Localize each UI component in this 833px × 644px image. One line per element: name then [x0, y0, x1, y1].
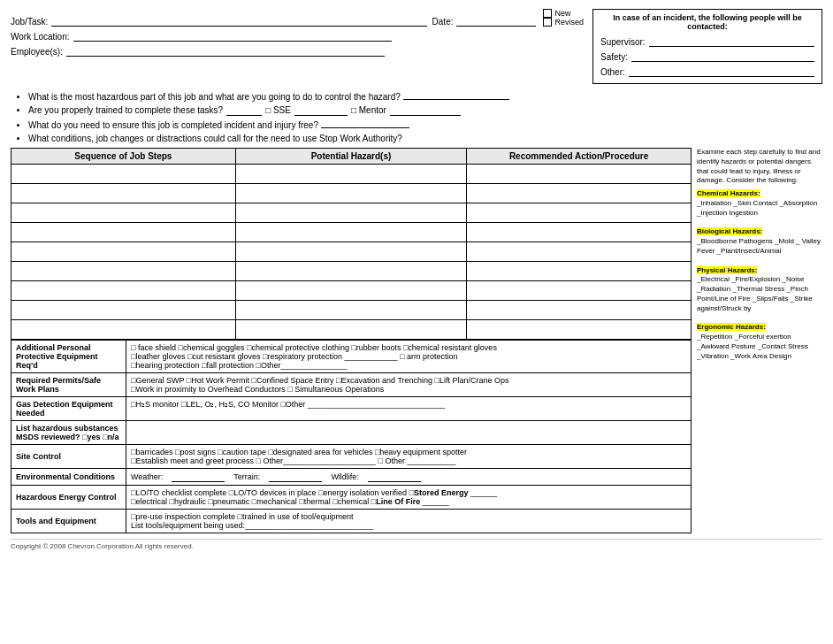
- bottom-content: □H₂S monitor □LEL, O₂, H₂S, CO Monitor □…: [126, 397, 692, 421]
- header-steps: Sequence of Job Steps: [11, 149, 236, 165]
- other-field[interactable]: [629, 65, 814, 77]
- table-cell[interactable]: [467, 184, 692, 203]
- table-row: [11, 242, 692, 262]
- copyright: Copyright © 2008 Chevron Corporation All…: [11, 542, 194, 550]
- content-line: □pre-use inspection complete □trained in…: [131, 512, 686, 521]
- work-location-row: Work Location:: [11, 29, 584, 42]
- bottom-label: Gas Detection Equipment Needed: [11, 397, 126, 421]
- q3-answer[interactable]: [321, 118, 409, 128]
- biological-items: _Bloodborne Pathogens _Mold _ Valley Fev…: [697, 237, 821, 255]
- table-cell[interactable]: [11, 184, 236, 203]
- bottom-row: Hazardous Energy Control□LO/TO checklist…: [11, 486, 692, 510]
- table-cell[interactable]: [11, 320, 236, 340]
- bottom-content: □pre-use inspection complete □trained in…: [126, 510, 692, 533]
- q2-row: Are you properly trained to complete the…: [28, 104, 822, 116]
- table-cell[interactable]: [467, 281, 692, 301]
- employee-label: Employee(s):: [11, 47, 63, 57]
- table-cell[interactable]: [11, 223, 236, 242]
- table-cell[interactable]: [467, 203, 692, 223]
- content-line: □General SWP □Hot Work Permit □Confined …: [131, 376, 686, 385]
- incident-box: In case of an incident, the following pe…: [592, 9, 822, 84]
- table-row: [11, 262, 692, 281]
- physical-items: _Electrical _Fire/Explosion _Noise _Radi…: [697, 275, 813, 311]
- footer: Copyright © 2008 Chevron Corporation All…: [11, 539, 822, 550]
- bottom-row: Tools and Equipment□pre-use inspection c…: [11, 510, 692, 533]
- safety-field[interactable]: [631, 50, 814, 62]
- bottom-row: List hazardous substances MSDS reviewed?…: [11, 421, 692, 445]
- content-line: List tools/equipment being used:________…: [131, 521, 686, 530]
- env-field[interactable]: [172, 472, 225, 482]
- table-cell[interactable]: [11, 281, 236, 301]
- revised-row: Revised: [543, 18, 584, 27]
- main-content: Sequence of Job Steps Potential Hazard(s…: [11, 148, 822, 533]
- job-task-field[interactable]: [51, 14, 427, 27]
- new-row: New: [543, 9, 584, 18]
- content-line: □electrical □hydraulic □pneumatic □mecha…: [131, 497, 686, 506]
- bottom-label: Hazardous Energy Control: [11, 486, 126, 510]
- table-cell[interactable]: [11, 242, 236, 262]
- line-of-fire-label: □Line Of Fire: [371, 497, 420, 506]
- new-checkbox[interactable]: [543, 9, 552, 18]
- table-cell[interactable]: [235, 203, 466, 223]
- table-row: [11, 184, 692, 203]
- bottom-label: Required Permits/Safe Work Plans: [11, 373, 126, 397]
- question-1: What is the most hazardous part of this …: [28, 89, 822, 103]
- q2-answer[interactable]: [226, 105, 262, 116]
- work-location-field[interactable]: [73, 29, 392, 42]
- header-hazards: Potential Hazard(s): [235, 149, 466, 165]
- table-cell[interactable]: [11, 262, 236, 281]
- employee-field[interactable]: [66, 44, 385, 57]
- table-cell[interactable]: [235, 301, 466, 320]
- supervisor-field[interactable]: [649, 34, 814, 47]
- table-cell[interactable]: [235, 320, 466, 340]
- questions-section: What is the most hazardous part of this …: [11, 89, 822, 144]
- stored-energy-label: □Stored Energy: [409, 488, 469, 497]
- env-conditions-row: Weather:Terrain:Wildlife:: [131, 472, 686, 482]
- table-cell[interactable]: [235, 223, 466, 242]
- incident-title: In case of an incident, the following pe…: [600, 13, 814, 31]
- content-line: □H₂S monitor □LEL, O₂, H₂S, CO Monitor □…: [131, 400, 686, 409]
- table-cell[interactable]: [467, 242, 692, 262]
- q1-answer[interactable]: [403, 89, 509, 100]
- job-task-label: Job/Task:: [11, 17, 48, 27]
- env-field[interactable]: [269, 472, 322, 482]
- biological-hazards-title: Biological Hazards:: [697, 227, 762, 235]
- date-field[interactable]: [456, 14, 536, 27]
- work-location-label: Work Location:: [11, 32, 70, 42]
- table-cell[interactable]: [467, 223, 692, 242]
- table-cell[interactable]: [235, 184, 466, 203]
- bottom-content: □barricades □post signs □caution tape □d…: [126, 445, 692, 469]
- env-field[interactable]: [368, 472, 421, 482]
- other-row: Other:: [600, 65, 814, 77]
- question-3: What do you need to ensure this job is c…: [28, 118, 822, 131]
- q2-sse-field[interactable]: [294, 105, 348, 116]
- bottom-content: □General SWP □Hot Work Permit □Confined …: [126, 373, 692, 397]
- table-cell[interactable]: [467, 301, 692, 320]
- table-cell[interactable]: [235, 242, 466, 262]
- bottom-label: Site Control: [11, 445, 126, 469]
- table-cell[interactable]: [235, 281, 466, 301]
- bottom-content: □ face shield □chemical goggles □chemica…: [126, 341, 692, 373]
- table-cell[interactable]: [235, 165, 466, 184]
- supervisor-label: Supervisor:: [600, 37, 646, 47]
- content-line: □ face shield □chemical goggles □chemica…: [131, 343, 686, 352]
- content-line: □Establish meet and greet process □ Othe…: [131, 456, 686, 465]
- table-cell[interactable]: [467, 320, 692, 340]
- bottom-label: List hazardous substances MSDS reviewed?…: [11, 421, 126, 445]
- table-row: [11, 320, 692, 340]
- q2-mentor-field[interactable]: [390, 105, 461, 116]
- table-cell[interactable]: [235, 262, 466, 281]
- table-cell[interactable]: [11, 165, 236, 184]
- job-table-area: Sequence of Job Steps Potential Hazard(s…: [11, 148, 692, 533]
- table-cell[interactable]: [467, 165, 692, 184]
- bottom-row: Required Permits/Safe Work Plans□General…: [11, 373, 692, 397]
- table-cell[interactable]: [11, 203, 236, 223]
- employee-row: Employee(s):: [11, 44, 584, 57]
- ergonomic-hazards-title: Ergonomic Hazards:: [697, 323, 766, 331]
- table-cell[interactable]: [467, 262, 692, 281]
- revised-checkbox[interactable]: [543, 18, 552, 27]
- table-cell[interactable]: [11, 301, 236, 320]
- supervisor-row: Supervisor:: [600, 34, 814, 47]
- sidebar-intro: Examine each step carefully to find and …: [697, 148, 822, 186]
- physical-hazards-title: Physical Hazards:: [697, 266, 757, 274]
